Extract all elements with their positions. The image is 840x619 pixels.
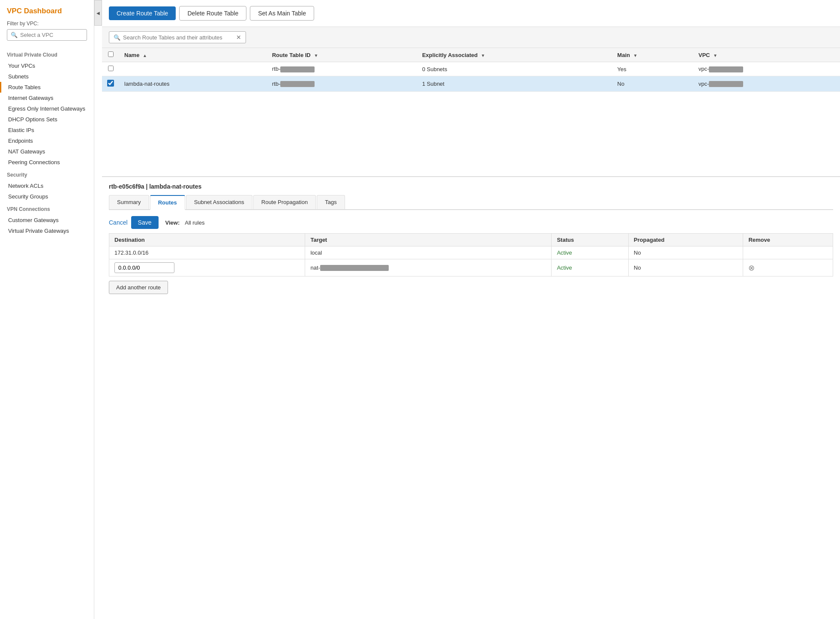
sidebar-item-network-acls[interactable]: Network ACLs (0, 180, 94, 191)
tab-subnet-associations[interactable]: Subnet Associations (186, 195, 252, 209)
tab-routes[interactable]: Routes (150, 195, 185, 210)
sidebar: VPC Dashboard Filter by VPC: 🔍 Select a … (0, 0, 94, 619)
destination-input-1[interactable] (114, 262, 174, 273)
set-main-table-button[interactable]: Set As Main Table (250, 6, 314, 21)
cell-route-destination: 172.31.0.0/16 (109, 246, 305, 259)
sidebar-item-dhcp-options[interactable]: DHCP Options Sets (0, 114, 94, 125)
search-icon: 🔍 (114, 34, 120, 41)
main-sort-arrow: ▼ (633, 53, 638, 58)
add-another-route-button[interactable]: Add another route (109, 281, 168, 294)
main-content: Create Route Table Delete Route Table Se… (102, 0, 840, 619)
detail-panel: rtb-e05c6f9a | lambda-nat-routes Summary… (102, 177, 840, 619)
cell-vpc: vpc- (693, 76, 840, 92)
sidebar-item-endpoints[interactable]: Endpoints (0, 135, 94, 146)
routes-table-row: 172.31.0.0/16localActiveNo (109, 246, 833, 259)
cell-route-status: Active (552, 246, 628, 259)
route-tables-table-container: Name ▲ Route Table ID ▼ Explicitly Assoc… (102, 48, 840, 177)
tab-summary[interactable]: Summary (109, 195, 149, 209)
create-route-table-button[interactable]: Create Route Table (109, 6, 176, 20)
tab-route-propagation[interactable]: Route Propagation (253, 195, 316, 209)
cell-route-propagated: No (628, 259, 743, 276)
cell-main: Yes (612, 62, 693, 76)
sidebar-section-title: Virtual Private Cloud (0, 48, 94, 60)
sidebar-item-vpn-gateways[interactable]: Virtual Private Gateways (0, 225, 94, 236)
col-vpc[interactable]: VPC ▼ (693, 48, 840, 62)
sidebar-item-customer-gateways[interactable]: Customer Gateways (0, 215, 94, 225)
sidebar-title: VPC Dashboard (0, 7, 94, 21)
cell-name (119, 62, 267, 76)
status-badge: Active (557, 264, 572, 271)
detail-title: rtb-e05c6f9a | lambda-nat-routes (109, 183, 833, 190)
sidebar-item-peering-connections[interactable]: Peering Connections (0, 157, 94, 168)
select-all-checkbox-header[interactable] (102, 48, 119, 62)
sidebar-item-elastic-ips[interactable]: Elastic IPs (0, 125, 94, 135)
save-button[interactable]: Save (131, 216, 159, 229)
sidebar-item-your-vpcs[interactable]: Your VPCs (0, 60, 94, 71)
rtid-sort-arrow: ▼ (314, 53, 318, 58)
view-label: View: (165, 219, 180, 226)
sidebar-item-route-tables[interactable]: Route Tables (0, 82, 94, 93)
col-propagated: Propagated (628, 234, 743, 246)
col-target: Target (305, 234, 552, 246)
select-all-checkbox[interactable] (108, 51, 114, 57)
cell-vpc: vpc- (693, 62, 840, 76)
search-icon: 🔍 (11, 32, 18, 38)
cell-route-target: nat- (305, 259, 552, 276)
cell-route-target: local (305, 246, 552, 259)
search-input-wrapper: 🔍 ✕ (109, 31, 246, 43)
col-name[interactable]: Name ▲ (119, 48, 267, 62)
row-checkbox-0[interactable] (108, 66, 114, 71)
assoc-sort-arrow: ▼ (481, 53, 485, 58)
vpc-placeholder: Select a VPC (20, 32, 53, 38)
col-remove: Remove (743, 234, 833, 246)
sidebar-item-subnets[interactable]: Subnets (0, 71, 94, 82)
routes-actions: Cancel Save View: All rules (109, 216, 833, 229)
routes-header-row: Destination Target Status Propagated Rem… (109, 234, 833, 246)
view-value: All rules (185, 219, 204, 226)
cell-associated: 1 Subnet (417, 76, 612, 92)
sidebar-section-title: Security (0, 168, 94, 180)
table-row[interactable]: lambda-nat-routesrtb-1 SubnetNovpc- (102, 76, 840, 92)
sidebar-collapse-toggle[interactable]: ◀ (94, 0, 102, 26)
col-destination: Destination (109, 234, 305, 246)
search-input[interactable] (123, 34, 234, 41)
col-route-table-id[interactable]: Route Table ID ▼ (267, 48, 417, 62)
routes-body: 172.31.0.0/16localActiveNonat-ActiveNo⊗ (109, 246, 833, 276)
sidebar-item-nat-gateways[interactable]: NAT Gateways (0, 146, 94, 157)
cell-name: lambda-nat-routes (119, 76, 267, 92)
cell-main: No (612, 76, 693, 92)
routes-tab-content: Cancel Save View: All rules Destination … (109, 216, 833, 294)
table-row[interactable]: rtb-0 SubnetsYesvpc- (102, 62, 840, 76)
status-badge: Active (557, 249, 572, 256)
delete-route-table-button[interactable]: Delete Route Table (179, 6, 246, 21)
vpc-sort-arrow: ▼ (713, 53, 717, 58)
tab-tags[interactable]: Tags (317, 195, 345, 209)
sidebar-item-internet-gateways[interactable]: Internet Gateways (0, 93, 94, 103)
route-table-body: rtb-0 SubnetsYesvpc-lambda-nat-routesrtb… (102, 62, 840, 92)
search-clear-button[interactable]: ✕ (236, 34, 241, 41)
route-tables-table: Name ▲ Route Table ID ▼ Explicitly Assoc… (102, 48, 840, 92)
cell-route-status: Active (552, 259, 628, 276)
cell-route-remove (743, 246, 833, 259)
detail-tabs: SummaryRoutesSubnet AssociationsRoute Pr… (109, 195, 833, 210)
cell-route-propagated: No (628, 246, 743, 259)
remove-route-button-1[interactable]: ⊗ (748, 264, 755, 272)
name-sort-arrow: ▲ (143, 53, 147, 58)
cell-associated: 0 Subnets (417, 62, 612, 76)
col-status: Status (552, 234, 628, 246)
cell-route-remove: ⊗ (743, 259, 833, 276)
sidebar-sections: Virtual Private CloudYour VPCsSubnetsRou… (0, 48, 94, 236)
row-checkbox-1[interactable] (107, 80, 114, 87)
sidebar-item-security-groups[interactable]: Security Groups (0, 191, 94, 202)
cancel-button[interactable]: Cancel (109, 219, 128, 226)
cell-route-table-id: rtb- (267, 62, 417, 76)
routes-table-row: nat-ActiveNo⊗ (109, 259, 833, 276)
toolbar: Create Route Table Delete Route Table Se… (102, 0, 840, 27)
table-header-row: Name ▲ Route Table ID ▼ Explicitly Assoc… (102, 48, 840, 62)
col-main[interactable]: Main ▼ (612, 48, 693, 62)
cell-route-destination[interactable] (109, 259, 305, 276)
col-explicitly-associated[interactable]: Explicitly Associated ▼ (417, 48, 612, 62)
vpc-filter-select[interactable]: 🔍 Select a VPC (7, 29, 87, 41)
sidebar-item-egress-gateways[interactable]: Egress Only Internet Gateways (0, 103, 94, 114)
cell-route-table-id: rtb- (267, 76, 417, 92)
